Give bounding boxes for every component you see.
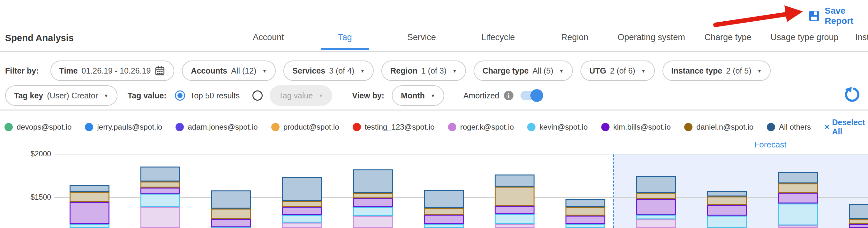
tab-service[interactable]: Service (383, 29, 460, 48)
legend-dot-icon (271, 123, 280, 131)
bar-segment-kevin-spot-io[interactable] (282, 215, 322, 223)
bar-segment-kim-bills-spot-io[interactable] (141, 188, 180, 194)
gridline (54, 154, 868, 154)
legend-item-product-spot-io[interactable]: product@spot.io (271, 123, 339, 131)
bar-segment-all-others[interactable] (565, 199, 606, 207)
bar-segment-kim-bills-spot-io[interactable] (565, 216, 606, 224)
bar-segment-kevin-spot-io[interactable] (778, 203, 818, 225)
bar-segment-daniel-n-spot-io[interactable] (707, 196, 747, 205)
legend-item-devops-spot-io[interactable]: devops@spot.io (4, 123, 71, 131)
bar-segment-roger-k-spot-io[interactable] (141, 207, 180, 228)
view-by-value: Month (401, 91, 425, 100)
filter-pill-accounts[interactable]: AccountsAll (12)▼ (182, 61, 276, 81)
legend-label: roger.k@spot.io (460, 123, 514, 131)
legend-item-kevin-spot-io[interactable]: kevin@spot.io (527, 123, 588, 131)
pill-value: All (5) (533, 66, 553, 75)
legend-item-daniel-n-spot-io[interactable]: daniel.n@spot.io (684, 123, 753, 131)
legend-item-roger-k-spot-io[interactable]: roger.k@spot.io (448, 123, 514, 131)
annotation-arrow-icon (708, 2, 807, 31)
tag-key-dropdown[interactable]: Tag key (User) Creator ▼ (5, 85, 118, 106)
bar-segment-daniel-n-spot-io[interactable] (778, 183, 818, 193)
legend-item-testing-123-spot-io[interactable]: testing_123@spot.io (352, 123, 435, 131)
bar-segment-daniel-n-spot-io[interactable] (565, 207, 606, 216)
bar-segment-all-others[interactable] (495, 175, 534, 187)
bar-segment-daniel-n-spot-io[interactable] (282, 201, 322, 206)
tab-charge-type[interactable]: Charge type (690, 29, 766, 48)
filter-pill-utg[interactable]: UTG2 (of 6)▼ (581, 61, 655, 81)
bar-segment-kim-bills-spot-io[interactable] (849, 224, 868, 228)
filter-pill-region[interactable]: Region1 (of 3)▼ (381, 61, 466, 81)
bar-segment-all-others[interactable] (141, 166, 180, 181)
legend-dot-icon (448, 123, 456, 131)
bar-segment-kevin-spot-io[interactable] (141, 194, 180, 207)
pill-value: 2 (of 6) (610, 66, 635, 75)
radio-tag-value[interactable] (252, 90, 262, 101)
tab-tag[interactable]: Tag (307, 29, 383, 48)
bar-segment-kim-bills-spot-io[interactable] (211, 219, 251, 227)
bar-segment-kim-bills-spot-io[interactable] (282, 207, 322, 215)
bar-segment-daniel-n-spot-io[interactable] (636, 193, 676, 199)
tab-lifecycle[interactable]: Lifecycle (460, 29, 536, 48)
filter-pill-services[interactable]: Services3 (of 4)▼ (283, 61, 374, 81)
bar-segment-kevin-spot-io[interactable] (69, 224, 110, 228)
bar-segment-daniel-n-spot-io[interactable] (424, 208, 464, 215)
bar-segment-all-others[interactable] (707, 191, 747, 197)
bar-segment-kevin-spot-io[interactable] (707, 216, 747, 228)
bar-segment-all-others[interactable] (353, 169, 393, 193)
legend-item-adam-jones-spot-io[interactable]: adam.jones@spot.io (176, 123, 257, 131)
info-icon[interactable]: i (504, 91, 514, 100)
bar-segment-daniel-n-spot-io[interactable] (353, 193, 393, 198)
legend-label: daniel.n@spot.io (696, 123, 753, 131)
bar-segment-kevin-spot-io[interactable] (353, 207, 393, 216)
bar-segment-kim-bills-spot-io[interactable] (636, 199, 676, 215)
bar-segment-kevin-spot-io[interactable] (636, 215, 676, 219)
radio-top-50-results[interactable] (175, 90, 185, 101)
amortized-toggle[interactable] (521, 91, 542, 100)
bar-segment-all-others[interactable] (424, 190, 464, 208)
pill-label: Services (292, 66, 325, 75)
spend-analysis-page: Spend Analysis AccountTagServiceLifecycl… (0, 0, 868, 228)
legend-item-jerry-pauls-spot-io[interactable]: jerry.pauls@spot.io (85, 123, 162, 131)
bar-segment-roger-k-spot-io[interactable] (778, 225, 818, 228)
legend-item-all-others[interactable]: All others (767, 123, 811, 131)
bar-segment-all-others[interactable] (211, 190, 251, 208)
tab-operating-system[interactable]: Operating system (613, 29, 690, 48)
bar-segment-daniel-n-spot-io[interactable] (69, 192, 110, 202)
filter-pill-instance-type[interactable]: Instance type2 (of 5)▼ (662, 61, 771, 81)
filter-pill-time[interactable]: Time01.26.19 - 10.26.19 (51, 61, 175, 81)
refresh-icon[interactable] (844, 87, 860, 103)
bar-segment-all-others[interactable] (778, 172, 818, 184)
bar-segment-kim-bills-spot-io[interactable] (778, 193, 818, 203)
bar-segment-kevin-spot-io[interactable] (495, 214, 534, 224)
deselect-all-button[interactable]: ×Deselect All (824, 118, 868, 136)
bar-segment-all-others[interactable] (636, 176, 676, 193)
bar-segment-kim-bills-spot-io[interactable] (707, 205, 747, 216)
bar-segment-roger-k-spot-io[interactable] (353, 216, 393, 228)
tab-account[interactable]: Account (230, 29, 307, 48)
view-by-dropdown[interactable]: Month ▼ (392, 85, 444, 106)
bar-segment-kim-bills-spot-io[interactable] (69, 202, 110, 224)
bar-segment-kim-bills-spot-io[interactable] (424, 215, 464, 224)
tab-inst[interactable]: Inst (843, 29, 868, 48)
calendar-icon (154, 65, 165, 76)
tab-usage-type-group[interactable]: Usage type group (766, 29, 843, 48)
legend-item-kim-bills-spot-io[interactable]: kim.bills@spot.io (601, 123, 671, 131)
bar-segment-daniel-n-spot-io[interactable] (211, 208, 251, 219)
tab-region[interactable]: Region (536, 29, 613, 48)
filter-pill-charge-type[interactable]: Charge typeAll (5)▼ (473, 61, 573, 81)
bar-segment-kevin-spot-io[interactable] (565, 224, 606, 228)
bar-segment-kim-bills-spot-io[interactable] (353, 198, 393, 207)
bar-segment-daniel-n-spot-io[interactable] (141, 182, 180, 188)
save-report-button[interactable]: Save Report (808, 6, 868, 26)
bar-segment-roger-k-spot-io[interactable] (282, 223, 322, 228)
bar-segment-roger-k-spot-io[interactable] (495, 224, 534, 228)
bar-segment-all-others[interactable] (69, 185, 110, 192)
bar-segment-daniel-n-spot-io[interactable] (495, 187, 534, 206)
bar-segment-all-others[interactable] (849, 204, 868, 219)
bar-segment-kim-bills-spot-io[interactable] (495, 206, 534, 214)
bar-segment-daniel-n-spot-io[interactable] (849, 219, 868, 224)
bar-segment-roger-k-spot-io[interactable] (636, 219, 676, 228)
bar-segment-kevin-spot-io[interactable] (424, 224, 464, 228)
chevron-down-icon: ▼ (262, 68, 267, 74)
bar-segment-all-others[interactable] (282, 177, 322, 201)
